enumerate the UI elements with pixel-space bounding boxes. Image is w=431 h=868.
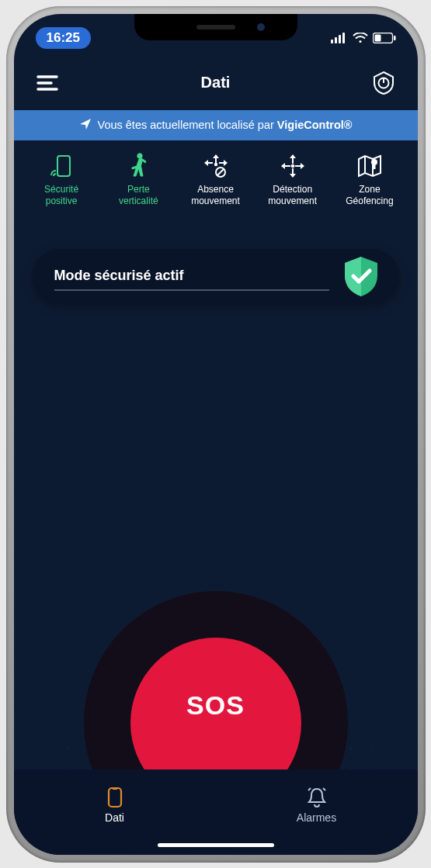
status-time: 16:25 [36,27,91,49]
notch [134,14,297,40]
feature-geofencing[interactable]: ZoneGéofencing [331,153,408,207]
feature-label: Détection [273,184,312,195]
svg-rect-6 [374,34,381,41]
screen: 16:25 Dati [14,14,418,855]
banner-text: Vous êtes actuellement localisé par [98,119,277,131]
shield-check-icon [339,254,384,299]
svg-rect-2 [339,35,341,43]
feature-detection-movement[interactable]: Détectionmouvement [254,153,331,207]
tab-dati[interactable]: Dati [14,769,216,841]
svg-line-24 [308,788,311,790]
svg-rect-22 [109,788,121,807]
sos-button[interactable]: SOS [130,638,301,769]
wifi-icon [353,33,368,43]
svg-line-17 [217,169,224,175]
feature-absence-movement[interactable]: Absencemouvement [177,153,254,207]
battery-icon [373,33,396,43]
move-icon [280,153,306,179]
feature-label: Perte [127,184,150,195]
svg-rect-0 [331,40,333,43]
svg-rect-13 [57,156,70,176]
svg-point-21 [371,159,377,165]
page-title: Dati [201,74,231,92]
sos-label: SOS [186,690,245,721]
banner-brand: VigieControl® [277,119,353,131]
map-icon [357,153,382,179]
power-button[interactable] [370,70,397,96]
walk-icon [130,153,147,179]
feature-label: Géofencing [346,195,393,206]
feature-security-positive[interactable]: Sécuritépositive [23,153,100,207]
move-off-icon [203,153,229,179]
tab-label: Dati [105,811,124,824]
feature-label: Sécurité [44,184,78,195]
phone-signal-icon [50,153,73,179]
svg-line-25 [323,788,325,790]
phone-frame: 16:25 Dati [6,6,426,863]
feature-label: positive [46,195,78,206]
location-banner: Vous êtes actuellement localisé par Vigi… [14,110,418,140]
svg-rect-3 [342,33,345,43]
feature-label: Absence [197,184,234,195]
secure-mode-label: Mode sécurisé actif [54,268,339,284]
feature-verticality-loss[interactable]: Perteverticalité [100,153,177,207]
feature-row: Sécuritépositive Perteverticalité Absenc… [14,140,418,215]
feature-label: mouvement [268,195,317,206]
secure-mode-card[interactable]: Mode sécurisé actif [33,249,399,303]
feature-label: Zone [359,184,380,195]
tab-bar: Dati Alarmes [14,769,418,855]
svg-point-18 [290,164,294,168]
cellular-icon [331,33,348,43]
nav-bar: Dati [14,53,418,110]
svg-rect-1 [335,37,337,43]
feature-label: mouvement [191,195,240,206]
home-indicator[interactable] [158,843,274,847]
svg-point-15 [214,162,217,165]
svg-point-4 [359,40,361,42]
tab-label: Alarmes [297,811,336,824]
phone-icon [107,787,123,808]
location-arrow-icon [79,118,92,133]
main-area: SOS [14,303,418,769]
feature-label: verticalité [119,195,158,206]
svg-rect-7 [394,36,396,40]
tab-alarmes[interactable]: Alarmes [216,769,418,841]
menu-button[interactable] [34,70,61,96]
bell-icon [307,787,327,808]
svg-point-14 [137,153,142,157]
